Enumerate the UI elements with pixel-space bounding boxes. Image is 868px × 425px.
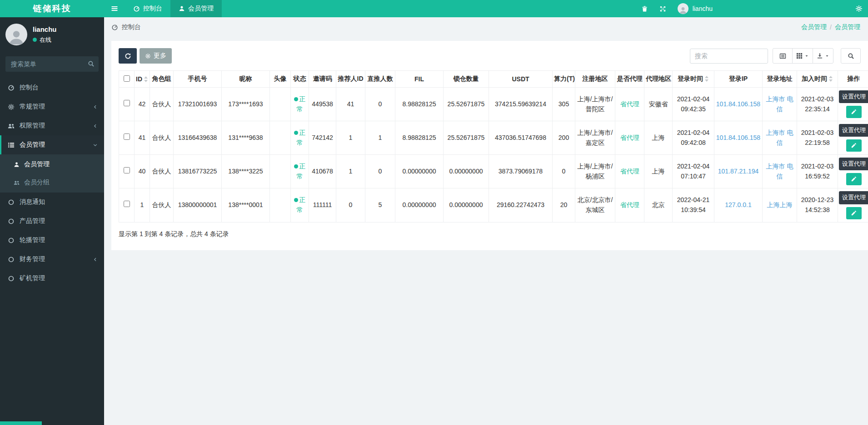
topbar-username: lianchu bbox=[693, 5, 713, 12]
detail-view-button[interactable] bbox=[773, 48, 793, 64]
column-header-role[interactable]: 角色组 bbox=[150, 71, 174, 88]
column-label: 代理地区 bbox=[646, 75, 671, 82]
cell-login_ip: 101.84.106.158 bbox=[714, 88, 763, 121]
column-header-op[interactable]: 操作 bbox=[838, 71, 868, 88]
set-agent-button[interactable]: 设置代理 bbox=[839, 158, 868, 170]
sidebar-item-auth[interactable]: 权限管理 bbox=[0, 116, 104, 135]
sidebar-menu: 控制台常规管理权限管理会员管理会员管理会员分组消息通知产品管理轮播管理财务管理矿… bbox=[0, 78, 104, 288]
submenu-member: 会员管理会员分组 bbox=[0, 154, 104, 193]
column-header-locked[interactable]: 锁仓数量 bbox=[444, 71, 489, 88]
sidebar-item-carousel[interactable]: 轮播管理 bbox=[0, 231, 104, 250]
column-header-reg_area[interactable]: 注册地区 bbox=[575, 71, 615, 88]
row-checkbox[interactable] bbox=[124, 167, 130, 173]
row-checkbox[interactable] bbox=[124, 100, 130, 106]
column-label: 操作 bbox=[848, 75, 860, 82]
cell-fil: 0.00000000 bbox=[395, 188, 444, 222]
circle-icon bbox=[8, 275, 15, 282]
column-header-fil[interactable]: FIL bbox=[395, 71, 444, 88]
set-agent-button[interactable]: 设置代理 bbox=[839, 90, 868, 103]
link-login_addr[interactable]: 上海市 电信 bbox=[766, 129, 793, 146]
columns-toggle-button[interactable] bbox=[792, 48, 813, 64]
user-menu[interactable]: lianchu bbox=[672, 3, 718, 14]
tab-member-management[interactable]: 会员管理 bbox=[170, 0, 222, 17]
cell-locked: 0.00000000 bbox=[444, 188, 489, 222]
set-agent-button[interactable]: 设置代理 bbox=[839, 124, 868, 137]
sidebar-subitem-label: 会员管理 bbox=[24, 160, 50, 168]
link-login_addr[interactable]: 上海市 电信 bbox=[766, 163, 793, 180]
sidebar-toggle-button[interactable] bbox=[104, 0, 125, 17]
app-logo[interactable]: 链储科技 bbox=[0, 0, 104, 17]
sidebar-item-finance[interactable]: 财务管理 bbox=[0, 250, 104, 269]
cell-join_time: 2020-12-23 14:52:38 bbox=[797, 188, 838, 222]
select-all-checkbox[interactable] bbox=[124, 75, 130, 82]
settings-button[interactable] bbox=[850, 0, 868, 17]
cell-phone: 13800000001 bbox=[174, 188, 222, 222]
edit-button[interactable] bbox=[846, 139, 862, 152]
column-header-join_time[interactable]: 加入时间 bbox=[797, 71, 838, 88]
column-header-phone[interactable]: 手机号 bbox=[174, 71, 222, 88]
tab-dashboard[interactable]: 控制台 bbox=[125, 0, 170, 17]
edit-button[interactable] bbox=[846, 173, 862, 185]
link-login_ip[interactable]: 127.0.0.1 bbox=[725, 201, 751, 208]
sidebar-item-product[interactable]: 产品管理 bbox=[0, 212, 104, 231]
link-login_ip[interactable]: 101.87.21.194 bbox=[718, 168, 759, 175]
column-header-usdt[interactable]: USDT bbox=[489, 71, 553, 88]
cell-login_ip: 127.0.0.1 bbox=[714, 188, 763, 222]
row-checkbox[interactable] bbox=[124, 133, 130, 140]
sidebar: lianchu 在线 控制台常规管理权限管理会员管理会员管理会员分组消息通知产品… bbox=[0, 17, 104, 425]
column-header-direct_count[interactable]: 直推人数 bbox=[365, 71, 395, 88]
column-header-login_addr[interactable]: 登录地址 bbox=[763, 71, 797, 88]
select-all-header[interactable] bbox=[119, 71, 135, 88]
breadcrumb-link-page[interactable]: 会员管理 bbox=[835, 23, 860, 31]
sidebar-item-message[interactable]: 消息通知 bbox=[0, 193, 104, 212]
breadcrumb-link-parent[interactable]: 会员管理 bbox=[801, 23, 827, 31]
column-header-referrer_id[interactable]: 推荐人ID bbox=[336, 71, 365, 88]
cell-id: 40 bbox=[135, 155, 150, 188]
cell-power: 200 bbox=[553, 121, 575, 155]
sidebar-item-general[interactable]: 常规管理 bbox=[0, 97, 104, 116]
export-button[interactable] bbox=[813, 48, 833, 64]
cell-select bbox=[119, 188, 135, 222]
sidebar-item-dashboard[interactable]: 控制台 bbox=[0, 78, 104, 97]
table-search-button[interactable] bbox=[841, 48, 861, 64]
clear-cache-button[interactable] bbox=[636, 0, 654, 17]
link-login_ip[interactable]: 101.84.106.158 bbox=[716, 134, 760, 141]
refresh-button[interactable] bbox=[119, 48, 137, 64]
row-checkbox[interactable] bbox=[124, 201, 130, 207]
sidebar-user-panel: lianchu 在线 bbox=[0, 17, 104, 53]
column-label: 锁仓数量 bbox=[454, 75, 479, 82]
cell-role: 合伙人 bbox=[150, 88, 174, 121]
sidebar-subitem-member-manage[interactable]: 会员管理 bbox=[0, 155, 104, 173]
sidebar-item-miner[interactable]: 矿机管理 bbox=[0, 269, 104, 288]
column-header-login_time[interactable]: 登录时间 bbox=[673, 71, 714, 88]
fullscreen-button[interactable] bbox=[654, 0, 672, 17]
link-login_addr[interactable]: 上海上海 bbox=[767, 201, 793, 208]
topbar-right: lianchu bbox=[636, 0, 868, 17]
column-header-agent_area[interactable]: 代理地区 bbox=[644, 71, 673, 88]
column-header-nickname[interactable]: 昵称 bbox=[222, 71, 270, 88]
members-table: ID角色组手机号昵称头像状态邀请码推荐人ID直推人数FIL锁仓数量USDT算力(… bbox=[119, 70, 868, 222]
column-header-invite_code[interactable]: 邀请码 bbox=[309, 71, 336, 88]
column-header-avatar[interactable]: 头像 bbox=[270, 71, 291, 88]
set-agent-button[interactable]: 设置代理 bbox=[839, 191, 868, 204]
column-header-login_ip[interactable]: 登录IP bbox=[714, 71, 763, 88]
column-header-id[interactable]: ID bbox=[135, 71, 150, 88]
menu-search-input[interactable] bbox=[5, 56, 99, 72]
column-header-power[interactable]: 算力(T) bbox=[553, 71, 575, 88]
trash-icon bbox=[641, 5, 648, 12]
cell-agent_area: 上海 bbox=[644, 121, 673, 155]
table-view-buttons bbox=[773, 48, 833, 64]
cell-join_time: 2021-02-03 22:35:14 bbox=[797, 88, 838, 121]
column-header-is_agent[interactable]: 是否代理 bbox=[615, 71, 644, 88]
status-dot-icon bbox=[294, 97, 298, 101]
sidebar-item-member[interactable]: 会员管理 bbox=[0, 135, 104, 154]
more-actions-button[interactable]: 更多 bbox=[140, 48, 172, 64]
link-login_addr[interactable]: 上海市 电信 bbox=[766, 95, 793, 113]
table-search-input[interactable] bbox=[690, 49, 768, 64]
sidebar-subitem-member-group[interactable]: 会员分组 bbox=[0, 173, 104, 192]
sidebar-scrollbar[interactable] bbox=[0, 421, 42, 425]
link-login_ip[interactable]: 101.84.106.158 bbox=[716, 100, 760, 108]
column-header-status[interactable]: 状态 bbox=[291, 71, 309, 88]
edit-button[interactable] bbox=[846, 106, 862, 118]
edit-button[interactable] bbox=[846, 207, 862, 219]
